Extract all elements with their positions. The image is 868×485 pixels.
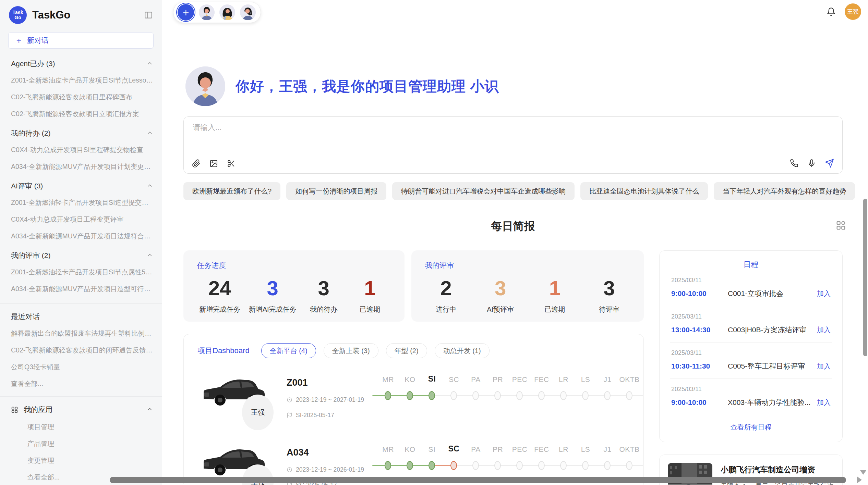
project-flag: SI-2025-05-17 <box>296 412 334 419</box>
sidebar-list-item[interactable]: Z001-全新燃油轻卡产品开发项目SI造型提交物评审 <box>0 194 162 211</box>
milestone-dot[interactable] <box>604 391 611 400</box>
chat-input[interactable] <box>193 123 833 132</box>
agent-avatar-1[interactable] <box>199 4 215 20</box>
chevron-up-icon[interactable] <box>147 407 153 413</box>
new-chat-label: 新对话 <box>27 36 49 45</box>
user-avatar[interactable]: 王强 <box>845 3 861 20</box>
sidebar-item-my-apps[interactable]: 我的应用 <box>0 401 162 419</box>
section-items: Z001-全新燃油皮卡产品开发项目SI节点Lesson Learn报告 C02-… <box>0 72 162 122</box>
milestone-dot[interactable] <box>385 461 391 470</box>
sidebar-scroll-area[interactable]: Agent已办 (3) Z001-全新燃油皮卡产品开发项目SI节点Lesson … <box>0 51 162 485</box>
suggestion-chip[interactable]: 当下年轻人对汽车外观有怎样的喜好趋势 <box>714 182 855 200</box>
milestone-dot[interactable] <box>626 461 632 470</box>
milestone-dot[interactable] <box>494 391 501 400</box>
app-sub-item[interactable]: 变更管理 <box>0 452 162 469</box>
sidebar-list-item[interactable]: 查看全部... <box>0 375 162 392</box>
milestone-dot[interactable] <box>429 391 435 400</box>
milestone-dot[interactable] <box>582 461 589 470</box>
phone-icon[interactable] <box>790 159 798 167</box>
milestone-dot[interactable] <box>560 391 567 400</box>
join-link[interactable]: 加入 <box>817 362 831 371</box>
view-all-schedule-link[interactable]: 查看所有日程 <box>670 415 832 432</box>
sidebar-list-item[interactable]: A034-全新新能源MUV产品开发项目计划变更表编写 <box>0 158 162 175</box>
filter-chip[interactable]: 全新平台 (4) <box>261 343 316 358</box>
send-icon[interactable] <box>825 159 834 168</box>
milestone-dot[interactable] <box>472 391 479 400</box>
horizontal-scrollbar[interactable] <box>110 477 846 483</box>
schedule-item: 2025/03/11 9:00-10:00 X003-车辆动力学性能验... 加… <box>670 379 832 415</box>
join-link[interactable]: 加入 <box>817 398 831 407</box>
milestone-dot[interactable] <box>385 391 391 400</box>
attachment-icon[interactable] <box>192 159 201 168</box>
milestone-dot[interactable] <box>516 461 523 470</box>
suggestion-chip[interactable]: 特朗普可能对进口汽车增税会对中国车企造成哪些影响 <box>392 182 575 200</box>
notification-bell-icon[interactable] <box>827 7 836 16</box>
milestone-dot[interactable] <box>516 391 523 400</box>
sidebar-list-item[interactable]: A034-全新新能源MUV产品开发项目法规符合性评审 <box>0 228 162 245</box>
milestone-dot[interactable] <box>494 461 501 470</box>
project-row[interactable]: 王强 Z001 2023-12-19 ~ 2027-01-19 SI-2025-… <box>197 373 630 428</box>
milestone-dot[interactable] <box>560 461 567 470</box>
sidebar-list-item[interactable]: Z001-全新燃油皮卡产品开发项目SI节点Lesson Learn报告 <box>0 72 162 89</box>
app-sub-item[interactable]: 产品管理 <box>0 435 162 452</box>
schedule-name: C005-整车工程目标评审 <box>728 361 813 371</box>
clock-icon <box>287 397 292 403</box>
stat-label: 新增完成任务 <box>199 305 240 314</box>
chevron-up-icon[interactable] <box>147 183 153 189</box>
join-link[interactable]: 加入 <box>817 289 831 298</box>
agent-avatar-2[interactable] <box>219 4 235 20</box>
my-apps-label: 我的应用 <box>24 405 52 414</box>
mic-icon[interactable] <box>807 159 816 167</box>
milestone-dot[interactable] <box>604 461 611 470</box>
milestone-dot[interactable] <box>472 461 479 470</box>
section-header[interactable]: AI评审 (3) <box>0 178 162 194</box>
chat-input-box <box>183 116 843 174</box>
chevron-up-icon[interactable] <box>147 130 153 136</box>
sidebar-list-item[interactable]: 解释最新出台的欧盟报废车法规再生塑料比例被调至15%... <box>0 325 162 342</box>
chevron-up-icon[interactable] <box>147 252 153 259</box>
app-title: TaskGo <box>32 9 70 21</box>
filter-chip[interactable]: 全新上装 (3) <box>324 343 378 358</box>
sidebar-list-item[interactable]: C02-飞腾新能源轻客改款项目立项汇报方案 <box>0 105 162 122</box>
milestone-dot[interactable] <box>538 391 545 400</box>
sidebar-list-item[interactable]: C0X4-动力总成开发项目工程变更评审 <box>0 211 162 228</box>
section-header[interactable]: 我的待办 (2) <box>0 125 162 141</box>
sidebar-collapse-icon[interactable] <box>144 11 153 20</box>
suggestion-chip[interactable]: 比亚迪全固态电池计划具体说了什么 <box>580 182 708 200</box>
vertical-scrollbar[interactable] <box>863 199 867 356</box>
agent-switcher: ＋ <box>173 2 261 23</box>
app-sub-item[interactable]: 项目管理 <box>0 419 162 435</box>
agent-avatar-3[interactable] <box>240 4 256 20</box>
sidebar-list-item[interactable]: C0X4-动力总成开发项目SI里程碑提交物检查 <box>0 141 162 158</box>
project-info: Z001 2023-12-19 ~ 2027-01-19 SI-2025-05-… <box>287 373 372 419</box>
milestone-dot[interactable] <box>582 391 589 400</box>
milestone-dot[interactable] <box>538 461 545 470</box>
filter-chip[interactable]: 年型 (2) <box>386 343 427 358</box>
sidebar-list-item[interactable]: C02-飞腾新能源轻客改款项目里程碑画布 <box>0 89 162 105</box>
milestone-dot[interactable] <box>450 461 457 470</box>
milestone-dot[interactable] <box>407 461 413 470</box>
scroll-down-arrow[interactable] <box>860 470 866 475</box>
scissors-icon[interactable] <box>227 159 236 168</box>
scroll-right-arrow[interactable] <box>857 476 862 483</box>
image-icon[interactable] <box>209 159 218 168</box>
milestone-dot[interactable] <box>626 391 632 400</box>
schedule-time: 9:00-10:00 <box>671 289 728 298</box>
milestone-dot[interactable] <box>450 391 457 400</box>
milestone-dot[interactable] <box>407 391 413 400</box>
suggestion-chip[interactable]: 欧洲新规最近颁布了什么? <box>183 182 280 200</box>
filter-chip[interactable]: 动总开发 (1) <box>435 343 490 358</box>
sidebar-list-item[interactable]: 公司Q3轻卡销量 <box>0 359 162 375</box>
add-agent-button[interactable]: ＋ <box>178 4 194 21</box>
section-header[interactable]: 我的评审 (2) <box>0 247 162 264</box>
suggestion-chip[interactable]: 如何写一份清晰的项目周报 <box>286 182 386 200</box>
milestone-dot[interactable] <box>429 461 435 470</box>
new-chat-button[interactable]: ＋ 新对话 <box>8 32 154 49</box>
chevron-up-icon[interactable] <box>147 61 153 67</box>
sidebar-list-item[interactable]: A034-全新新能源MUV产品开发项目造型可行性评审 <box>0 281 162 297</box>
sidebar-list-item[interactable]: Z001-全新燃油轻卡产品开发项目SI节点属性5D文件评审 <box>0 264 162 281</box>
section-header[interactable]: Agent已办 (3) <box>0 55 162 72</box>
layout-grid-icon[interactable] <box>836 220 846 231</box>
join-link[interactable]: 加入 <box>817 325 831 335</box>
sidebar-list-item[interactable]: C02-飞腾新能源轻客改款项目的闭环通告反馈情况 <box>0 342 162 359</box>
